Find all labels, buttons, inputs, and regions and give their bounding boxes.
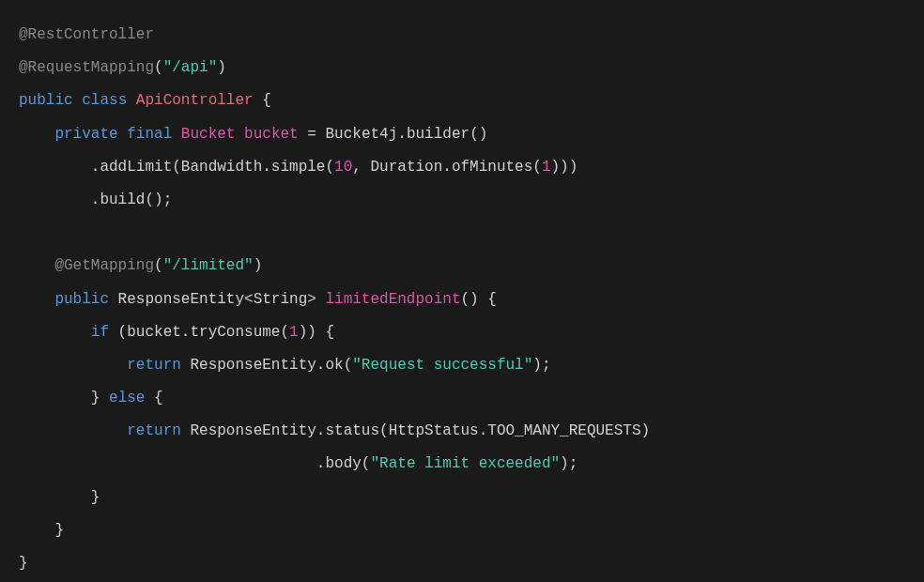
code-line-4: private final Bucket bucket = Bucket4j.b…: [19, 126, 487, 143]
number-one: 1: [542, 159, 551, 176]
code-editor: @RestController @RequestMapping("/api") …: [19, 19, 905, 580]
builder-call: Bucket4j.builder(): [326, 126, 488, 143]
number-consume: 1: [289, 324, 299, 341]
annotation-requestmapping: @RequestMapping: [19, 59, 154, 76]
code-line-3: public class ApiController {: [19, 92, 271, 109]
method-build: .build();: [91, 191, 172, 208]
method-addlimit: .addLimit(Bandwidth.simple(: [91, 159, 334, 176]
brace-close-else: }: [91, 489, 100, 506]
code-line-5: .addLimit(Bandwidth.simple(10, Duration.…: [19, 159, 578, 176]
variable-bucket: bucket: [244, 126, 299, 143]
method-body: .body(: [316, 455, 371, 472]
method-limitedendpoint: limitedEndpoint: [325, 291, 460, 308]
keyword-else: else: [100, 390, 154, 406]
class-name-apicontroller: ApiController: [136, 92, 254, 109]
brace-close-class: }: [19, 555, 28, 572]
code-line-15: }: [19, 489, 100, 506]
code-line-9: public ResponseEntity<String> limitedEnd…: [19, 291, 497, 308]
keyword-return-ok: return: [127, 357, 181, 374]
condition-tryconsume: (bucket.tryConsume(: [109, 324, 289, 341]
string-rate-limit: "Rate limit exceeded": [370, 455, 560, 472]
type-bucket: Bucket: [181, 126, 236, 143]
keyword-public: public: [19, 92, 73, 109]
annotation-restcontroller: @RestController: [19, 26, 154, 43]
brace-close-method: }: [54, 522, 64, 539]
string-limited-path: "/limited": [163, 257, 254, 274]
code-line-11: return ResponseEntity.ok("Request succes…: [19, 357, 551, 374]
return-type: ResponseEntity<String>: [109, 291, 325, 308]
code-line-6: .build();: [19, 191, 172, 208]
code-line-16: }: [19, 522, 64, 539]
keyword-if: if: [91, 324, 109, 341]
annotation-getmapping: @GetMapping: [54, 257, 154, 274]
code-line-2: @RequestMapping("/api"): [19, 59, 226, 76]
code-line-13: return ResponseEntity.status(HttpStatus.…: [19, 422, 650, 439]
response-status: ResponseEntity.status(HttpStatus.TOO_MAN…: [181, 422, 650, 439]
code-line-12: } else {: [19, 390, 163, 406]
keyword-final: final: [127, 126, 172, 143]
code-line-17: }: [19, 555, 28, 572]
response-ok: ResponseEntity.ok(: [181, 357, 352, 374]
number-ten: 10: [334, 159, 352, 176]
code-line-10: if (bucket.tryConsume(1)) {: [19, 324, 334, 341]
code-line-1: @RestController: [19, 26, 154, 43]
keyword-class: class: [82, 92, 127, 109]
keyword-public-method: public: [54, 291, 109, 308]
keyword-return-err: return: [127, 422, 181, 439]
code-line-14: .body("Rate limit exceeded");: [19, 455, 578, 472]
string-api-path: "/api": [163, 59, 218, 76]
keyword-private: private: [54, 126, 117, 143]
string-success: "Request successful": [352, 357, 532, 374]
code-line-8: @GetMapping("/limited"): [19, 257, 262, 274]
